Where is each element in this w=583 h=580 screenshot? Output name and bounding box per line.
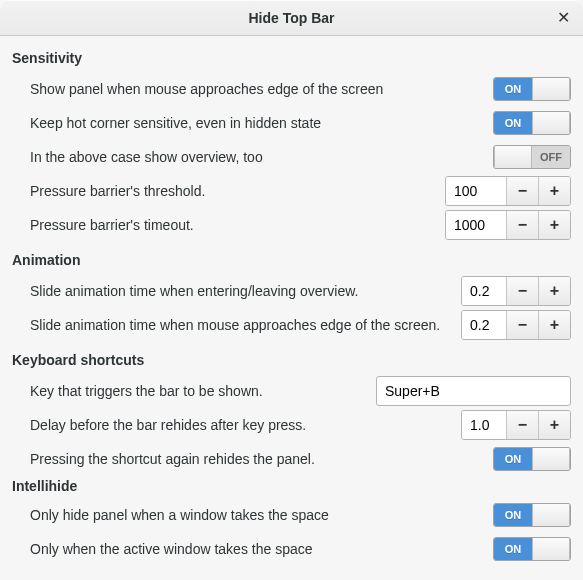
rehide-delay-label: Delay before the bar rehides after key p… bbox=[30, 417, 461, 433]
close-icon: ✕ bbox=[557, 8, 570, 27]
timeout-row: Pressure barrier's timeout. − + bbox=[12, 210, 571, 240]
threshold-input[interactable] bbox=[446, 177, 506, 205]
intellihide-header: Intellihide bbox=[12, 478, 571, 494]
minus-icon: − bbox=[518, 216, 527, 234]
threshold-decrement-button[interactable]: − bbox=[506, 177, 538, 205]
rehide-delay-input[interactable] bbox=[462, 411, 506, 439]
rehide-delay-decrement-button[interactable]: − bbox=[506, 411, 538, 439]
hot-corner-row: Keep hot corner sensitive, even in hidde… bbox=[12, 108, 571, 138]
overview-too-row: In the above case show overview, too OFF bbox=[12, 142, 571, 172]
active-window-switch[interactable]: ON bbox=[493, 537, 571, 561]
timeout-input[interactable] bbox=[446, 211, 506, 239]
active-window-label: Only when the active window takes the sp… bbox=[30, 541, 493, 557]
switch-on-label: ON bbox=[494, 504, 532, 526]
switch-on-label: ON bbox=[494, 112, 532, 134]
slide-overview-row: Slide animation time when entering/leavi… bbox=[12, 276, 571, 306]
minus-icon: − bbox=[518, 416, 527, 434]
slide-overview-spinner: − + bbox=[461, 276, 571, 306]
switch-on-label: ON bbox=[494, 538, 532, 560]
shortcut-rehides-label: Pressing the shortcut again rehides the … bbox=[30, 451, 493, 467]
switch-off-label: OFF bbox=[532, 146, 570, 168]
sensitivity-header: Sensitivity bbox=[12, 50, 571, 66]
plus-icon: + bbox=[550, 416, 559, 434]
switch-knob bbox=[494, 146, 532, 168]
switch-on-label: ON bbox=[494, 78, 532, 100]
overview-too-switch[interactable]: OFF bbox=[493, 145, 571, 169]
plus-icon: + bbox=[550, 182, 559, 200]
animation-header: Animation bbox=[12, 252, 571, 268]
slide-overview-increment-button[interactable]: + bbox=[538, 277, 570, 305]
timeout-spinner: − + bbox=[445, 210, 571, 240]
slide-edge-input[interactable] bbox=[462, 311, 506, 339]
hot-corner-switch[interactable]: ON bbox=[493, 111, 571, 135]
minus-icon: − bbox=[518, 182, 527, 200]
slide-edge-row: Slide animation time when mouse approach… bbox=[12, 310, 571, 340]
preferences-window: Hide Top Bar ✕ Sensitivity Show panel wh… bbox=[0, 0, 583, 580]
plus-icon: + bbox=[550, 282, 559, 300]
window-title: Hide Top Bar bbox=[248, 10, 334, 26]
window-space-label: Only hide panel when a window takes the … bbox=[30, 507, 493, 523]
rehide-delay-row: Delay before the bar rehides after key p… bbox=[12, 410, 571, 440]
overview-too-label: In the above case show overview, too bbox=[30, 149, 493, 165]
switch-on-label: ON bbox=[494, 448, 532, 470]
slide-edge-spinner: − + bbox=[461, 310, 571, 340]
threshold-row: Pressure barrier's threshold. − + bbox=[12, 176, 571, 206]
slide-edge-increment-button[interactable]: + bbox=[538, 311, 570, 339]
titlebar: Hide Top Bar ✕ bbox=[0, 0, 583, 36]
slide-overview-decrement-button[interactable]: − bbox=[506, 277, 538, 305]
plus-icon: + bbox=[550, 216, 559, 234]
active-window-row: Only when the active window takes the sp… bbox=[12, 534, 571, 564]
timeout-decrement-button[interactable]: − bbox=[506, 211, 538, 239]
close-button[interactable]: ✕ bbox=[551, 6, 575, 30]
minus-icon: − bbox=[518, 282, 527, 300]
minus-icon: − bbox=[518, 316, 527, 334]
hot-corner-label: Keep hot corner sensitive, even in hidde… bbox=[30, 115, 493, 131]
switch-knob bbox=[532, 448, 570, 470]
window-space-switch[interactable]: ON bbox=[493, 503, 571, 527]
content-area: Sensitivity Show panel when mouse approa… bbox=[0, 36, 583, 580]
switch-knob bbox=[532, 78, 570, 100]
slide-overview-label: Slide animation time when entering/leavi… bbox=[30, 283, 461, 299]
slide-edge-decrement-button[interactable]: − bbox=[506, 311, 538, 339]
show-panel-edge-switch[interactable]: ON bbox=[493, 77, 571, 101]
show-panel-edge-label: Show panel when mouse approaches edge of… bbox=[30, 81, 493, 97]
keyboard-header: Keyboard shortcuts bbox=[12, 352, 571, 368]
switch-knob bbox=[532, 538, 570, 560]
switch-knob bbox=[532, 504, 570, 526]
threshold-spinner: − + bbox=[445, 176, 571, 206]
shortcut-rehides-row: Pressing the shortcut again rehides the … bbox=[12, 444, 571, 474]
window-space-row: Only hide panel when a window takes the … bbox=[12, 500, 571, 530]
shortcut-rehides-switch[interactable]: ON bbox=[493, 447, 571, 471]
rehide-delay-spinner: − + bbox=[461, 410, 571, 440]
plus-icon: + bbox=[550, 316, 559, 334]
timeout-increment-button[interactable]: + bbox=[538, 211, 570, 239]
slide-edge-label: Slide animation time when mouse approach… bbox=[30, 317, 461, 333]
slide-overview-input[interactable] bbox=[462, 277, 506, 305]
threshold-label: Pressure barrier's threshold. bbox=[30, 183, 445, 199]
trigger-key-row: Key that triggers the bar to be shown. bbox=[12, 376, 571, 406]
trigger-key-input[interactable] bbox=[376, 376, 571, 406]
timeout-label: Pressure barrier's timeout. bbox=[30, 217, 445, 233]
threshold-increment-button[interactable]: + bbox=[538, 177, 570, 205]
switch-knob bbox=[532, 112, 570, 134]
trigger-key-label: Key that triggers the bar to be shown. bbox=[30, 383, 376, 399]
rehide-delay-increment-button[interactable]: + bbox=[538, 411, 570, 439]
show-panel-edge-row: Show panel when mouse approaches edge of… bbox=[12, 74, 571, 104]
